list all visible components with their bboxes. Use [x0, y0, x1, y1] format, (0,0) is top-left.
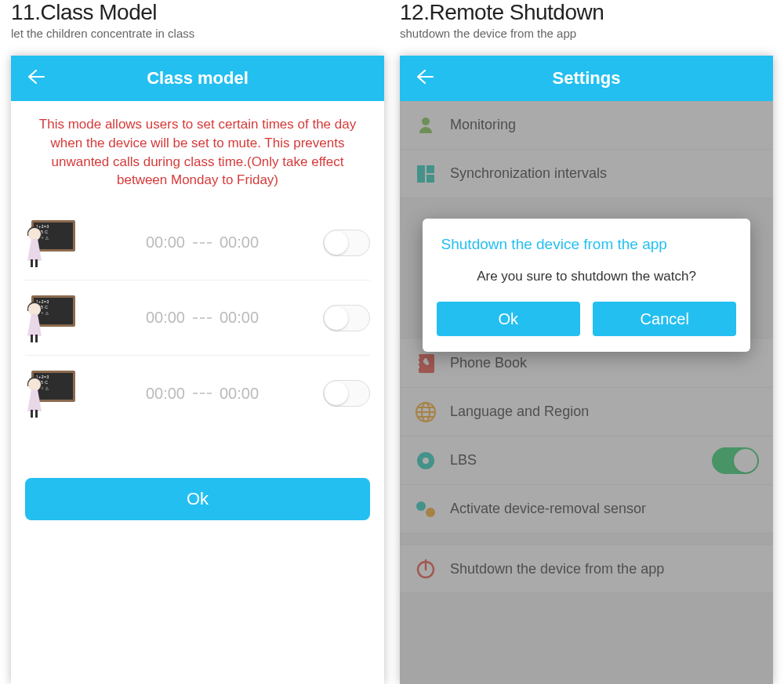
- section-feature: Remote Shutdown: [429, 0, 604, 24]
- time-slot: 1+2=3A B C★ ○ △ 00:00 00:00: [25, 356, 370, 431]
- dialog-cancel-button[interactable]: Cancel: [593, 302, 736, 336]
- range-separator: [193, 242, 212, 244]
- dialog-title: Shutdown the device from the app: [437, 236, 737, 253]
- section-title: 11.Class Model: [11, 0, 384, 25]
- dialog-buttons: Ok Cancel: [437, 302, 737, 336]
- section-number: 12.: [400, 0, 429, 24]
- start-time: 00:00: [146, 233, 185, 252]
- dialog-ok-button[interactable]: Ok: [437, 302, 580, 336]
- time-range[interactable]: 00:00 00:00: [93, 233, 312, 252]
- teacher-icon: 1+2=3A B C★ ○ △: [25, 369, 82, 418]
- end-time: 00:00: [220, 309, 259, 327]
- slot-toggle[interactable]: [323, 380, 370, 407]
- ok-button[interactable]: Ok: [25, 478, 370, 520]
- end-time: 00:00: [220, 385, 259, 403]
- section-number: 11.: [11, 0, 40, 24]
- settings-body: Monitoring Synchronization intervals Pho…: [400, 101, 773, 684]
- time-range[interactable]: 00:00 00:00: [93, 309, 312, 327]
- back-icon[interactable]: [416, 69, 434, 88]
- panel-class-model: 11.Class Model let the children concentr…: [11, 0, 384, 684]
- teacher-icon: 1+2=3A B C★ ○ △: [25, 219, 82, 267]
- time-slot: 1+2=3A B C★ ○ △ 00:00 00:00: [25, 280, 370, 356]
- time-slot: 1+2=3A B C★ ○ △ 00:00 00:00: [25, 205, 370, 280]
- app-header: Settings: [400, 56, 773, 101]
- time-range[interactable]: 00:00 00:00: [93, 385, 312, 403]
- panel-header: 12.Remote Shutdown shutdown the device f…: [400, 0, 773, 46]
- app-title: Settings: [553, 68, 621, 89]
- panel-header: 11.Class Model let the children concentr…: [11, 0, 384, 46]
- section-subtitle: shutdown the device from the app: [400, 27, 773, 40]
- section-title: 12.Remote Shutdown: [400, 0, 773, 25]
- range-separator: [193, 317, 212, 319]
- back-icon[interactable]: [27, 69, 45, 88]
- section-subtitle: let the children concentrate in class: [11, 27, 384, 40]
- app-header: Class model: [11, 56, 384, 101]
- section-feature: Class Model: [40, 0, 157, 24]
- range-separator: [193, 393, 212, 394]
- time-slots: 1+2=3A B C★ ○ △ 00:00 00:00 1+2=3A B C★ …: [11, 197, 384, 431]
- teacher-icon: 1+2=3A B C★ ○ △: [25, 294, 82, 342]
- modal-overlay[interactable]: Shutdown the device from the app Are you…: [400, 101, 773, 684]
- end-time: 00:00: [220, 233, 259, 252]
- start-time: 00:00: [146, 309, 185, 327]
- dialog-message: Are you sure to shutdown the watch?: [437, 269, 737, 284]
- shutdown-dialog: Shutdown the device from the app Are you…: [423, 219, 751, 352]
- slot-toggle[interactable]: [323, 305, 370, 331]
- start-time: 00:00: [146, 385, 185, 403]
- slot-toggle[interactable]: [323, 230, 370, 256]
- app-title: Class model: [147, 68, 249, 89]
- mode-description: This mode allows users to set certain ti…: [11, 101, 384, 197]
- phone-right: Settings Monitoring Synchronization inte…: [400, 56, 773, 684]
- phone-left: Class model This mode allows users to se…: [11, 56, 384, 684]
- panel-remote-shutdown: 12.Remote Shutdown shutdown the device f…: [400, 0, 773, 684]
